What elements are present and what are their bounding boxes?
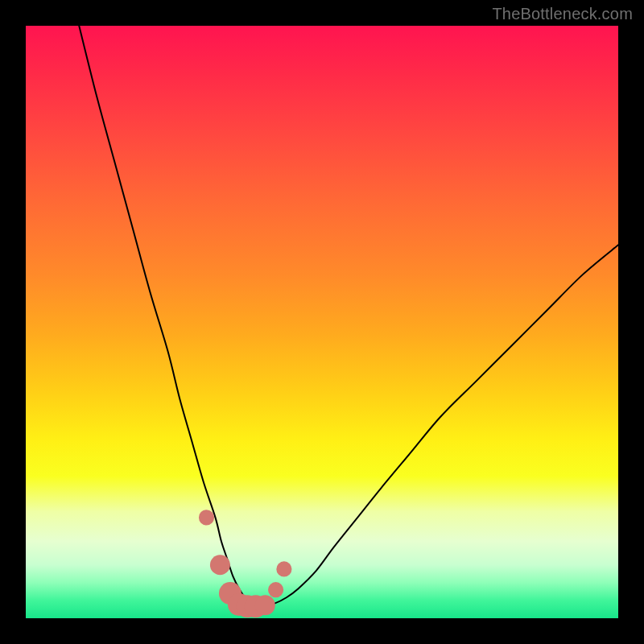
marker-dot (276, 561, 291, 576)
marker-dot (268, 582, 283, 597)
bottleneck-curve (79, 26, 618, 607)
marker-dot (199, 510, 214, 525)
chart-area (26, 26, 618, 618)
outer-frame: TheBottleneck.com (0, 0, 644, 644)
marker-dot (255, 595, 275, 615)
bottleneck-chart (26, 26, 618, 618)
watermark-label: TheBottleneck.com (492, 5, 633, 23)
marker-dot (210, 555, 230, 575)
